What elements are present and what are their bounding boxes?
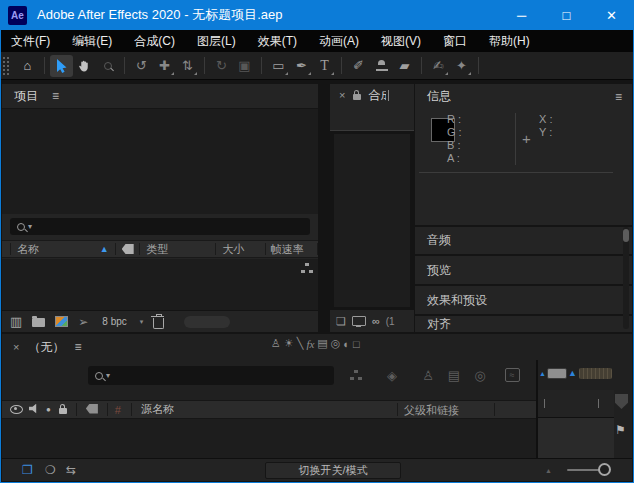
collapse-transformations-icon[interactable]: ☀ (284, 337, 294, 350)
solo-column[interactable]: ● (46, 405, 51, 414)
scrollbar-thumb[interactable] (623, 229, 629, 242)
video-toggle-column[interactable] (10, 404, 23, 416)
hand-tool-button[interactable] (73, 55, 96, 77)
menu-edit[interactable]: 编辑(E) (61, 30, 123, 52)
fx-switch-icon[interactable]: fx (306, 338, 314, 350)
selection-tool-button[interactable] (50, 55, 73, 77)
menu-view[interactable]: 视图(V) (370, 30, 432, 52)
sort-ascending-icon[interactable]: ▲ (100, 244, 115, 254)
layer-list-area[interactable] (2, 419, 536, 458)
audio-toggle-column[interactable] (29, 404, 39, 416)
orbit-camera-tool-button[interactable]: ↺ (130, 55, 153, 77)
layer-switches-pane-button[interactable]: ❐ (22, 463, 33, 477)
panel-tab-align[interactable]: 对齐 (415, 314, 632, 332)
column-name[interactable]: 名称 (11, 242, 100, 257)
source-name-column[interactable]: 源名称 (141, 402, 174, 417)
tab-timeline-none[interactable]: （无） (28, 339, 64, 356)
column-label[interactable] (116, 244, 139, 254)
draft-3d-button[interactable]: ◈ (380, 365, 404, 385)
shy-switch-icon[interactable]: ♙ (271, 337, 281, 350)
dolly-camera-tool-button[interactable]: ⇅ (176, 55, 199, 77)
project-flowchart-icon[interactable] (301, 263, 313, 273)
scrollbar-track[interactable] (623, 227, 629, 329)
timeline-search-input[interactable]: ▾ (88, 366, 334, 385)
pan-camera-tool-button[interactable]: ✚ (153, 55, 176, 77)
delete-button[interactable] (153, 318, 164, 329)
panel-tab-preview[interactable]: 预览 (415, 254, 632, 284)
menu-layer[interactable]: 图层(L) (186, 30, 247, 52)
motion-blur-switch-icon[interactable]: ◎ (331, 337, 341, 350)
close-tab-icon[interactable]: × (339, 89, 345, 101)
frame-blending-button[interactable]: ▤ (442, 365, 466, 385)
timeline-track-area[interactable] (538, 418, 614, 458)
pen-tool-button[interactable]: ✒ (290, 55, 313, 77)
lock-column[interactable] (59, 404, 67, 416)
rotation-tool-button[interactable]: ↻ (210, 55, 233, 77)
roto-brush-tool-button[interactable]: ✍ (427, 55, 450, 77)
label-column[interactable] (86, 404, 98, 416)
quality-switch-icon[interactable]: ╲ (297, 337, 304, 350)
graph-editor-button[interactable]: ≈ (500, 365, 524, 385)
comp-marker-bin-icon[interactable] (615, 394, 628, 409)
adjustment-layer-switch-icon[interactable]: ◐ (343, 338, 350, 350)
menu-help[interactable]: 帮助(H) (478, 30, 541, 52)
new-composition-button[interactable] (55, 316, 68, 327)
monitor-icon[interactable] (352, 316, 366, 326)
panel-tab-effects-presets[interactable]: 效果和预设 (415, 284, 632, 314)
cascade-views-icon[interactable]: ❏ (336, 315, 346, 328)
column-type[interactable]: 类型 (140, 242, 215, 257)
project-items-area[interactable] (2, 259, 318, 310)
quill-icon[interactable]: ➢ (78, 315, 88, 329)
clone-stamp-tool-button[interactable] (370, 55, 393, 77)
tab-info[interactable]: 信息 (427, 88, 451, 105)
zoom-slider-track[interactable] (579, 368, 612, 379)
timeline-zoom-out-icon[interactable]: ▲ (545, 467, 552, 474)
frame-blend-switch-icon[interactable]: ▤ (317, 337, 327, 350)
threed-layer-switch-icon[interactable]: □ (353, 338, 360, 350)
menu-window[interactable]: 窗口 (432, 30, 478, 52)
tab-project[interactable]: 项目 (14, 88, 38, 105)
panel-tab-audio[interactable]: 音频 (415, 225, 632, 254)
marker-icon[interactable]: ⚑ (615, 423, 626, 437)
puppet-pin-tool-button[interactable]: ✦ (450, 55, 473, 77)
panel-menu-icon[interactable]: ≡ (52, 89, 59, 103)
new-folder-button[interactable] (32, 318, 45, 327)
rectangle-tool-button[interactable]: ▭ (267, 55, 290, 77)
project-search-input[interactable]: ▾ (10, 218, 310, 235)
menu-composition[interactable]: 合成(C) (123, 30, 186, 52)
zoom-in-mountain-icon[interactable]: ▲ (568, 369, 577, 378)
zoom-tool-button[interactable] (96, 55, 119, 77)
transfer-controls-pane-button[interactable]: ❍ (45, 463, 56, 477)
home-tool-button[interactable]: ⌂ (16, 55, 39, 77)
index-column[interactable]: # (115, 404, 121, 416)
zoom-out-mountain-icon[interactable]: ▲ (539, 370, 546, 377)
parent-link-column[interactable]: 父级和链接 (404, 403, 459, 418)
camera-roi-tool-button[interactable]: ▣ (233, 55, 256, 77)
zoom-level-text[interactable]: (1 (386, 316, 395, 327)
bit-depth-button[interactable]: 8 bpc (102, 316, 126, 327)
time-ruler[interactable] (538, 390, 614, 418)
panel-menu-icon[interactable]: ≡ (74, 340, 81, 354)
motion-blur-button[interactable]: ◎ (468, 365, 492, 385)
text-tool-button[interactable]: T (313, 55, 336, 77)
close-tab-icon[interactable]: × (13, 341, 19, 353)
menu-file[interactable]: 文件(F) (0, 30, 61, 52)
close-button[interactable]: ✕ (589, 0, 634, 30)
panel-menu-icon[interactable]: ≡ (615, 90, 622, 104)
brush-tool-button[interactable]: ✐ (347, 55, 370, 77)
interpret-footage-button[interactable]: ▥ (10, 314, 22, 329)
maximize-button[interactable]: □ (544, 0, 589, 30)
eraser-tool-button[interactable]: ▰ (393, 55, 416, 77)
shy-layers-button[interactable]: ♙ (416, 365, 440, 385)
column-frame-rate[interactable]: 帧速率 (266, 242, 317, 257)
zoom-slider-handle[interactable] (547, 368, 567, 379)
minimize-button[interactable]: ─ (499, 0, 544, 30)
vr-goggles-icon[interactable]: ∞ (372, 315, 380, 327)
toggle-switches-modes-button[interactable]: 切换开关/模式 (265, 462, 401, 479)
lock-icon[interactable] (353, 94, 361, 100)
menu-animation[interactable]: 动画(A) (308, 30, 370, 52)
inout-stretch-pane-button[interactable]: ⇆ (66, 463, 76, 477)
tab-composition[interactable]: 合成 (368, 87, 386, 104)
composition-viewer[interactable] (330, 130, 414, 310)
mini-flowchart-button[interactable] (344, 365, 368, 385)
